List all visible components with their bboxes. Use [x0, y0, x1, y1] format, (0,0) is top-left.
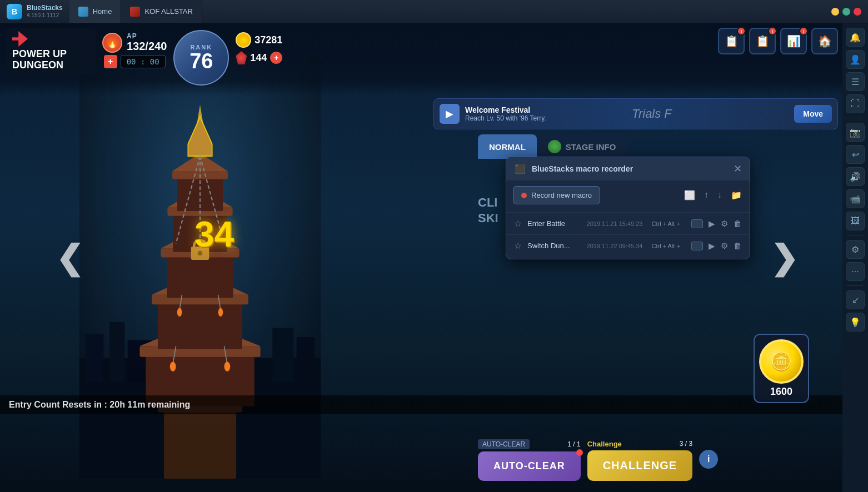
- challenge-section: Challenge 3 / 3 CHALLENGE: [587, 440, 692, 481]
- game-area: POWER UP DUNGEON 🔥 AP 132/240 +: [0, 23, 842, 492]
- svg-rect-2: [86, 334, 104, 382]
- macro-settings-0[interactable]: ⚙: [721, 219, 728, 229]
- ap-plus-button[interactable]: +: [104, 55, 117, 68]
- macro-import-button[interactable]: ⬜: [683, 189, 696, 202]
- macro-recorder-dialog: ⬛ BlueStacks macro recorder ✕ Record new…: [506, 157, 750, 259]
- challenge-button[interactable]: CHALLENGE: [587, 450, 692, 481]
- macro-title-left: ⬛ BlueStacks macro recorder: [514, 163, 633, 175]
- app-title-text: BlueStacks 4.150.1.1112: [27, 4, 63, 18]
- hud-currency-section: 37281 144 +: [236, 32, 282, 64]
- macro-row-enter-battle: ☆ Enter Battle 2019.11.21 15:49:23 Ctrl …: [506, 212, 750, 234]
- stage-info-icon: [548, 140, 561, 153]
- svg-rect-5: [272, 328, 293, 383]
- quest-badge: !: [737, 27, 746, 36]
- window-controls: [825, 8, 868, 16]
- sidebar-notifications-button[interactable]: 🔔: [846, 28, 865, 47]
- macro-title-text: BlueStacks macro recorder: [532, 164, 633, 173]
- gold-row: 37281: [236, 32, 282, 48]
- svg-rect-12: [158, 301, 242, 349]
- tower-illustration: [44, 57, 356, 479]
- hud-icon-buttons: 📋 ! 📋 ! 📊 ! 🏠: [718, 28, 838, 54]
- svg-point-35: [177, 308, 182, 317]
- macro-actions-1: ▶ ⚙ 🗑: [709, 241, 742, 251]
- macro-row-switch-dun: ☆ Switch Dun... 2019.11.22 09:45:34 Ctrl…: [506, 234, 750, 257]
- sidebar-light-button[interactable]: 💡: [846, 313, 865, 332]
- sidebar-back-button[interactable]: ↩: [846, 145, 865, 164]
- festival-play-button[interactable]: ▶: [440, 104, 460, 124]
- rank-badge: RANK 76: [173, 30, 229, 86]
- festival-text: Welcome Festival Reach Lv. 50 with '96 T…: [465, 106, 622, 122]
- tab-home[interactable]: Home: [69, 0, 122, 23]
- hud-ap-section: 🔥 AP 132/240 + 00 : 00: [102, 32, 167, 68]
- mail-badge: !: [768, 27, 777, 36]
- macro-play-0[interactable]: ▶: [709, 219, 715, 229]
- partial-ski-text: SKI: [478, 211, 498, 225]
- macro-export-button[interactable]: ↑: [703, 189, 710, 202]
- nav-left-arrow[interactable]: ❮: [56, 238, 83, 277]
- macro-close-button[interactable]: ✕: [734, 164, 742, 174]
- macro-upload-button[interactable]: ↓: [716, 189, 723, 202]
- hud-stats-button[interactable]: 📊 !: [780, 28, 807, 54]
- maximize-button[interactable]: [842, 8, 850, 16]
- auto-clear-label: AUTO-CLEAR: [478, 439, 530, 449]
- close-button[interactable]: [854, 8, 861, 16]
- stage-tab-bar: NORMAL STAGE INFO: [478, 134, 838, 159]
- home-tab-icon: [78, 7, 88, 17]
- macro-delete-0[interactable]: 🗑: [734, 219, 742, 229]
- sidebar-divider-2: [847, 235, 864, 235]
- sidebar-menu-button[interactable]: ☰: [846, 72, 865, 91]
- macro-settings-1[interactable]: ⚙: [721, 241, 728, 251]
- gem-icon: [236, 51, 247, 64]
- sidebar-expand-button[interactable]: ⛶: [846, 94, 865, 113]
- game-title-icon-row: [12, 31, 90, 47]
- macro-star-switch-dun[interactable]: ☆: [514, 240, 522, 251]
- right-sidebar: 🔔 👤 ☰ ⛶ 📷 ↩ 🔊 📹 🖼 ⚙ ··· ↙ 💡: [842, 23, 868, 492]
- stats-badge: !: [799, 27, 808, 36]
- sidebar-settings-button[interactable]: ⚙: [846, 240, 865, 259]
- macro-shortcut-key-0: [691, 219, 703, 228]
- sidebar-account-button[interactable]: 👤: [846, 50, 865, 69]
- tab-bar: Home KOF ALLSTAR: [69, 0, 825, 23]
- auto-clear-dot-badge: [576, 449, 583, 456]
- stage-number: 34: [194, 214, 234, 255]
- tab-normal[interactable]: NORMAL: [478, 134, 537, 159]
- auto-clear-button[interactable]: AUTO-CLEAR: [478, 451, 581, 481]
- sidebar-more-button[interactable]: ···: [846, 262, 865, 281]
- sidebar-screenshot-button[interactable]: 📷: [846, 123, 865, 142]
- tab-stage-info[interactable]: STAGE INFO: [537, 134, 627, 159]
- svg-rect-7: [164, 406, 236, 479]
- macro-delete-1[interactable]: 🗑: [734, 241, 742, 251]
- hud-home-button[interactable]: 🏠: [811, 28, 838, 54]
- hud-mail-button[interactable]: 📋 !: [749, 28, 776, 54]
- record-new-macro-button[interactable]: Record new macro: [513, 186, 600, 204]
- sidebar-image-button[interactable]: 🖼: [846, 212, 865, 230]
- svg-point-33: [224, 362, 230, 371]
- minimize-button[interactable]: [831, 8, 839, 16]
- bluestacks-logo-icon: B: [7, 4, 22, 19]
- sidebar-divider: [847, 118, 864, 118]
- nav-right-arrow[interactable]: ❯: [770, 238, 798, 277]
- macro-recorder-icon: ⬛: [514, 163, 526, 175]
- tab-kof[interactable]: KOF ALLSTAR: [121, 0, 202, 23]
- macro-play-1[interactable]: ▶: [709, 241, 715, 251]
- hud-quest-button[interactable]: 📋 !: [718, 28, 745, 54]
- festival-move-button[interactable]: Move: [794, 105, 832, 123]
- macro-title-bar: ⬛ BlueStacks macro recorder ✕: [506, 157, 750, 180]
- ap-bar-row: + 00 : 00: [104, 55, 166, 68]
- info-button[interactable]: i: [699, 450, 718, 469]
- gem-plus-button[interactable]: +: [270, 52, 282, 64]
- sidebar-video-button[interactable]: 📹: [846, 189, 865, 208]
- entry-count-bar: Entry Count Resets in : 20h 11m remainin…: [0, 395, 842, 414]
- gem-row: 144 +: [236, 51, 282, 64]
- macro-toolbar-icons: ⬜ ↑ ↓ 📁: [683, 189, 743, 202]
- macro-folder-button[interactable]: 📁: [730, 189, 743, 202]
- macro-star-enter-battle[interactable]: ☆: [514, 218, 522, 229]
- app-logo: B BlueStacks 4.150.1.1112: [0, 4, 69, 19]
- partial-cli-text: CLI: [478, 195, 497, 210]
- sidebar-collapse-button[interactable]: ↙: [846, 290, 865, 309]
- svg-rect-3: [109, 322, 124, 383]
- coin-reward-box: 🪙 1600: [754, 334, 809, 403]
- sidebar-volume-button[interactable]: 🔊: [846, 167, 865, 186]
- record-dot-icon: [521, 193, 527, 198]
- auto-clear-count: 1 / 1: [567, 440, 580, 448]
